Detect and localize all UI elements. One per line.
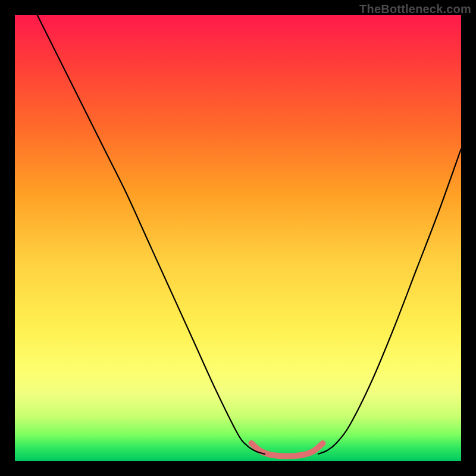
left-curve-path <box>37 15 265 454</box>
plot-area <box>15 15 461 461</box>
curve-svg <box>15 15 461 461</box>
right-curve-path <box>318 149 461 454</box>
watermark-text: TheBottleneck.com <box>359 2 471 16</box>
valley-highlight-path <box>252 443 323 456</box>
chart-frame: TheBottleneck.com <box>0 0 476 476</box>
